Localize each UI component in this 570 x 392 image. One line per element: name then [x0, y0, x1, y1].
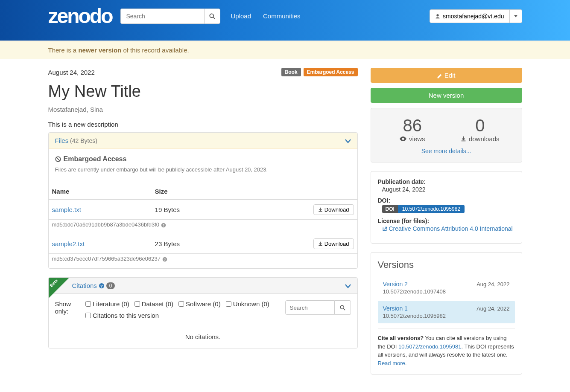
citation-filters: Literature (0) Dataset (0) Software (0) …: [85, 300, 277, 319]
help-icon[interactable]: ?: [161, 223, 166, 228]
user-icon: [435, 14, 440, 19]
svg-point-13: [402, 138, 404, 140]
record-header: August 24, 2022 Book Embargoed Access: [48, 68, 358, 76]
metadata-box: Publication date: August 24, 2022 DOI: D…: [371, 171, 522, 244]
svg-point-0: [210, 14, 214, 18]
record-date: August 24, 2022: [48, 69, 95, 76]
global-search: [120, 9, 220, 24]
file-size: 19 Bytes: [152, 200, 234, 220]
col-size: Size: [152, 183, 234, 200]
version-doi: 10.5072/zenodo.1095982: [383, 313, 510, 319]
cite-all-doi[interactable]: 10.5072/zenodo.1095981: [398, 343, 461, 350]
svg-text:?: ?: [162, 224, 164, 227]
versions-heading: Versions: [378, 259, 515, 270]
svg-point-2: [436, 14, 438, 16]
filter-checkbox[interactable]: Dataset (0): [134, 300, 173, 308]
caret-down-icon: [514, 15, 517, 18]
zenodo-logo[interactable]: zenodo: [48, 4, 112, 28]
embargo-note: Files are currently under embargo but wi…: [55, 166, 351, 173]
pub-date-value: August 24, 2022: [382, 186, 515, 193]
chevron-down-icon: [345, 139, 351, 143]
file-link[interactable]: sample2.txt: [52, 240, 85, 247]
download-icon: [318, 207, 323, 212]
files-panel: Files (42 Bytes) Embargoed Access Files …: [48, 132, 358, 269]
nav-upload[interactable]: Upload: [229, 9, 253, 23]
citation-search-button[interactable]: [335, 300, 351, 315]
doi-label: DOI:: [378, 197, 515, 204]
search-icon: [340, 305, 345, 311]
alert-text-suffix: of this record available.: [121, 46, 189, 54]
version-item[interactable]: Version 1 Aug 24, 2022 10.5072/zenodo.10…: [378, 301, 515, 323]
version-item[interactable]: Version 2 Aug 24, 2022 10.5072/zenodo.10…: [378, 276, 515, 299]
beta-ribbon: [49, 278, 69, 298]
citations-heading[interactable]: Citations ? 0: [49, 278, 357, 294]
file-size: 23 Bytes: [152, 234, 234, 254]
record-title: My New Title: [48, 82, 358, 101]
files-panel-toggle[interactable]: [345, 137, 351, 144]
file-link[interactable]: sample.txt: [52, 206, 81, 213]
svg-line-12: [343, 309, 345, 311]
filter-checkbox[interactable]: Literature (0): [85, 300, 129, 308]
license-link[interactable]: Creative Commons Attribution 4.0 Interna…: [382, 225, 513, 232]
newer-version-alert: There is a newer version of this record …: [0, 41, 570, 59]
alert-text-bold: newer version: [78, 46, 121, 54]
license-label: License (for files):: [378, 218, 515, 224]
checkbox[interactable]: [134, 301, 140, 307]
citations-toggle[interactable]: [345, 282, 351, 289]
user-email: smostafanejad@vt.edu: [443, 13, 504, 20]
read-more-link[interactable]: Read more: [378, 360, 405, 366]
citations-count: 0: [106, 282, 115, 289]
see-more-details[interactable]: See more details...: [421, 148, 471, 154]
svg-line-1: [213, 17, 215, 19]
files-table: Name Size sample.txt 19 Bytes Downloadmd…: [49, 183, 357, 268]
doi-badge[interactable]: DOI 10.5072/zenodo.1095982: [382, 205, 465, 213]
checkbox[interactable]: [178, 301, 184, 307]
new-version-button[interactable]: New version: [371, 88, 522, 103]
search-button[interactable]: [204, 9, 220, 24]
files-total-size: (42 Bytes): [70, 137, 97, 144]
views-count: 86: [379, 116, 447, 135]
filter-this-version[interactable]: Citations to this version: [85, 312, 277, 319]
downloads-count: 0: [446, 116, 514, 135]
show-only-label: Show only:: [55, 300, 78, 315]
chevron-down-icon: [345, 284, 351, 288]
embargo-title-text: Embargoed Access: [64, 155, 127, 163]
search-input[interactable]: [120, 9, 204, 24]
svg-line-4: [56, 157, 60, 161]
filter-checkbox[interactable]: Unknown (0): [226, 300, 269, 308]
version-date: Aug 24, 2022: [476, 281, 509, 287]
record-description: This is a new description: [48, 121, 358, 128]
help-icon[interactable]: ?: [162, 257, 167, 262]
files-heading-label: Files: [55, 137, 69, 144]
file-md5: md5:bdc70a6c91dbb9b87a3bde0436bfd3f0 ?: [49, 220, 357, 234]
svg-text:?: ?: [164, 258, 166, 261]
download-button[interactable]: Download: [313, 204, 354, 215]
checkbox[interactable]: [85, 313, 91, 318]
checkbox[interactable]: [85, 301, 91, 307]
download-button[interactable]: Download: [313, 238, 354, 249]
table-row: sample.txt 19 Bytes Download: [49, 200, 357, 220]
download-icon: [461, 136, 466, 142]
version-name[interactable]: Version 2: [383, 281, 408, 287]
user-button[interactable]: smostafanejad@vt.edu: [430, 9, 509, 23]
nav-communities[interactable]: Communities: [261, 9, 302, 23]
filter-checkbox[interactable]: Software (0): [178, 300, 221, 308]
no-citations: No citations.: [49, 325, 357, 348]
user-dropdown-toggle[interactable]: [510, 9, 522, 23]
stats-box: 86 views 0 downloads See mor: [371, 108, 522, 163]
ban-icon: [55, 156, 61, 162]
search-icon: [209, 13, 215, 19]
checkbox[interactable]: [226, 301, 231, 307]
edit-icon: [437, 73, 442, 79]
version-date: Aug 24, 2022: [476, 305, 509, 312]
table-row: sample2.txt 23 Bytes Download: [49, 234, 357, 254]
citation-search-input[interactable]: [285, 300, 335, 315]
edit-button[interactable]: Edit: [371, 68, 522, 83]
file-md5: md5:cd375ecc07df759665a323de96e06237 ?: [49, 254, 357, 268]
version-name[interactable]: Version 1: [383, 305, 408, 312]
md5-row: md5:bdc70a6c91dbb9b87a3bde0436bfd3f0 ?: [49, 220, 357, 234]
help-icon[interactable]: ?: [99, 283, 105, 289]
cite-all-note: Cite all versions? You can cite all vers…: [378, 328, 515, 367]
type-badge: Book: [281, 68, 301, 76]
files-panel-heading[interactable]: Files (42 Bytes): [49, 133, 357, 149]
